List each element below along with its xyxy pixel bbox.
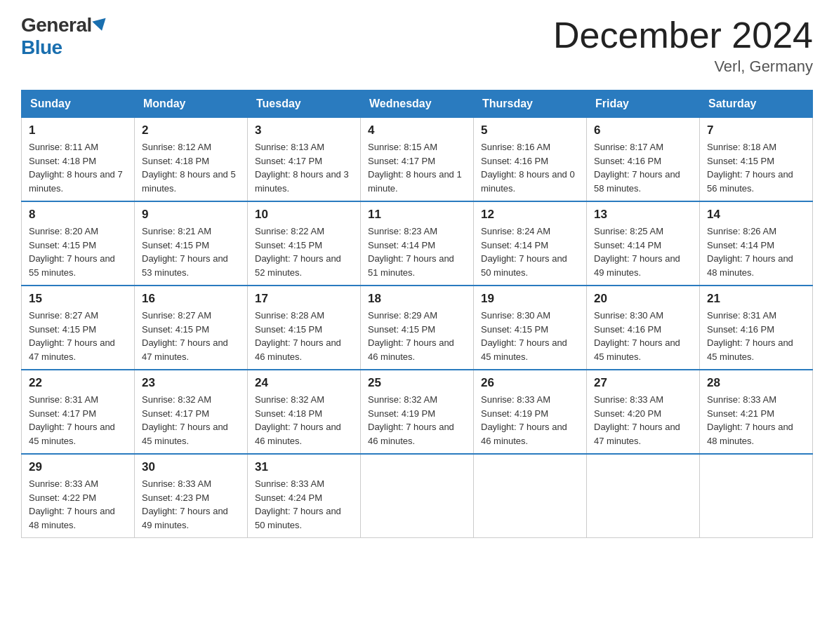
table-row: 10Sunrise: 8:22 AMSunset: 4:15 PMDayligh… <box>248 201 361 286</box>
day-number: 13 <box>594 208 692 222</box>
day-info: Sunrise: 8:20 AMSunset: 4:15 PMDaylight:… <box>29 226 115 278</box>
day-number: 4 <box>368 123 466 137</box>
day-number: 21 <box>707 292 805 306</box>
day-info: Sunrise: 8:25 AMSunset: 4:14 PMDaylight:… <box>594 226 680 278</box>
day-info: Sunrise: 8:23 AMSunset: 4:14 PMDaylight:… <box>368 226 454 278</box>
day-info: Sunrise: 8:22 AMSunset: 4:15 PMDaylight:… <box>255 226 341 278</box>
table-row: 16Sunrise: 8:27 AMSunset: 4:15 PMDayligh… <box>135 286 248 370</box>
day-info: Sunrise: 8:28 AMSunset: 4:15 PMDaylight:… <box>255 310 341 362</box>
day-number: 12 <box>481 208 579 222</box>
day-info: Sunrise: 8:21 AMSunset: 4:15 PMDaylight:… <box>142 226 228 278</box>
table-row: 8Sunrise: 8:20 AMSunset: 4:15 PMDaylight… <box>22 201 135 286</box>
logo-blue-text: Blue <box>21 36 62 58</box>
table-row: 6Sunrise: 8:17 AMSunset: 4:16 PMDaylight… <box>587 118 700 202</box>
table-row: 17Sunrise: 8:28 AMSunset: 4:15 PMDayligh… <box>248 286 361 370</box>
day-number: 15 <box>29 292 127 306</box>
calendar-title: December 2024 <box>553 14 813 56</box>
table-row: 20Sunrise: 8:30 AMSunset: 4:16 PMDayligh… <box>587 286 700 370</box>
day-info: Sunrise: 8:32 AMSunset: 4:17 PMDaylight:… <box>142 394 228 446</box>
table-row: 22Sunrise: 8:31 AMSunset: 4:17 PMDayligh… <box>22 370 135 454</box>
table-row: 25Sunrise: 8:32 AMSunset: 4:19 PMDayligh… <box>361 370 474 454</box>
calendar-week-row: 1Sunrise: 8:11 AMSunset: 4:18 PMDaylight… <box>22 118 813 202</box>
day-number: 31 <box>255 460 353 474</box>
table-row: 24Sunrise: 8:32 AMSunset: 4:18 PMDayligh… <box>248 370 361 454</box>
day-info: Sunrise: 8:27 AMSunset: 4:15 PMDaylight:… <box>29 310 115 362</box>
day-number: 6 <box>594 123 692 137</box>
day-info: Sunrise: 8:12 AMSunset: 4:18 PMDaylight:… <box>142 142 236 194</box>
day-info: Sunrise: 8:30 AMSunset: 4:16 PMDaylight:… <box>594 310 680 362</box>
day-number: 28 <box>707 376 805 390</box>
day-info: Sunrise: 8:17 AMSunset: 4:16 PMDaylight:… <box>594 142 680 194</box>
day-info: Sunrise: 8:33 AMSunset: 4:20 PMDaylight:… <box>594 394 680 446</box>
day-number: 7 <box>707 123 805 137</box>
table-row: 28Sunrise: 8:33 AMSunset: 4:21 PMDayligh… <box>700 370 813 454</box>
calendar-week-row: 29Sunrise: 8:33 AMSunset: 4:22 PMDayligh… <box>22 454 813 538</box>
day-info: Sunrise: 8:27 AMSunset: 4:15 PMDaylight:… <box>142 310 228 362</box>
day-number: 14 <box>707 208 805 222</box>
day-number: 24 <box>255 376 353 390</box>
day-number: 19 <box>481 292 579 306</box>
day-number: 25 <box>368 376 466 390</box>
table-row: 13Sunrise: 8:25 AMSunset: 4:14 PMDayligh… <box>587 201 700 286</box>
table-row: 31Sunrise: 8:33 AMSunset: 4:24 PMDayligh… <box>248 454 361 538</box>
logo: General Blue <box>21 14 107 59</box>
calendar-subtitle: Verl, Germany <box>553 58 813 76</box>
table-row: 27Sunrise: 8:33 AMSunset: 4:20 PMDayligh… <box>587 370 700 454</box>
day-info: Sunrise: 8:33 AMSunset: 4:19 PMDaylight:… <box>481 394 567 446</box>
day-info: Sunrise: 8:15 AMSunset: 4:17 PMDaylight:… <box>368 142 462 194</box>
table-row: 15Sunrise: 8:27 AMSunset: 4:15 PMDayligh… <box>22 286 135 370</box>
header-sunday: Sunday <box>22 90 135 118</box>
day-number: 30 <box>142 460 240 474</box>
day-info: Sunrise: 8:11 AMSunset: 4:18 PMDaylight:… <box>29 142 123 194</box>
table-row: 18Sunrise: 8:29 AMSunset: 4:15 PMDayligh… <box>361 286 474 370</box>
table-row: 14Sunrise: 8:26 AMSunset: 4:14 PMDayligh… <box>700 201 813 286</box>
calendar-body: 1Sunrise: 8:11 AMSunset: 4:18 PMDaylight… <box>22 118 813 538</box>
header-monday: Monday <box>135 90 248 118</box>
calendar-week-row: 8Sunrise: 8:20 AMSunset: 4:15 PMDaylight… <box>22 201 813 286</box>
day-info: Sunrise: 8:33 AMSunset: 4:23 PMDaylight:… <box>142 478 228 530</box>
day-number: 27 <box>594 376 692 390</box>
header-tuesday: Tuesday <box>248 90 361 118</box>
day-number: 17 <box>255 292 353 306</box>
day-info: Sunrise: 8:30 AMSunset: 4:15 PMDaylight:… <box>481 310 567 362</box>
table-row: 26Sunrise: 8:33 AMSunset: 4:19 PMDayligh… <box>474 370 587 454</box>
table-row: 21Sunrise: 8:31 AMSunset: 4:16 PMDayligh… <box>700 286 813 370</box>
table-row: 2Sunrise: 8:12 AMSunset: 4:18 PMDaylight… <box>135 118 248 202</box>
day-info: Sunrise: 8:18 AMSunset: 4:15 PMDaylight:… <box>707 142 793 194</box>
day-number: 22 <box>29 376 127 390</box>
page-header: General Blue December 2024 Verl, Germany <box>21 14 813 76</box>
table-row: 3Sunrise: 8:13 AMSunset: 4:17 PMDaylight… <box>248 118 361 202</box>
calendar-table: Sunday Monday Tuesday Wednesday Thursday… <box>21 90 813 538</box>
day-number: 16 <box>142 292 240 306</box>
day-info: Sunrise: 8:29 AMSunset: 4:15 PMDaylight:… <box>368 310 454 362</box>
day-info: Sunrise: 8:26 AMSunset: 4:14 PMDaylight:… <box>707 226 793 278</box>
table-row: 4Sunrise: 8:15 AMSunset: 4:17 PMDaylight… <box>361 118 474 202</box>
day-number: 8 <box>29 208 127 222</box>
day-number: 9 <box>142 208 240 222</box>
table-row: 9Sunrise: 8:21 AMSunset: 4:15 PMDaylight… <box>135 201 248 286</box>
table-row: 30Sunrise: 8:33 AMSunset: 4:23 PMDayligh… <box>135 454 248 538</box>
day-number: 10 <box>255 208 353 222</box>
table-row <box>587 454 700 538</box>
table-row <box>361 454 474 538</box>
day-info: Sunrise: 8:13 AMSunset: 4:17 PMDaylight:… <box>255 142 349 194</box>
table-row: 1Sunrise: 8:11 AMSunset: 4:18 PMDaylight… <box>22 118 135 202</box>
day-number: 11 <box>368 208 466 222</box>
header-row: Sunday Monday Tuesday Wednesday Thursday… <box>22 90 813 118</box>
day-number: 3 <box>255 123 353 137</box>
day-number: 2 <box>142 123 240 137</box>
day-number: 26 <box>481 376 579 390</box>
day-info: Sunrise: 8:33 AMSunset: 4:24 PMDaylight:… <box>255 478 341 530</box>
day-info: Sunrise: 8:16 AMSunset: 4:16 PMDaylight:… <box>481 142 575 194</box>
day-info: Sunrise: 8:32 AMSunset: 4:18 PMDaylight:… <box>255 394 341 446</box>
day-number: 23 <box>142 376 240 390</box>
day-info: Sunrise: 8:24 AMSunset: 4:14 PMDaylight:… <box>481 226 567 278</box>
day-number: 29 <box>29 460 127 474</box>
day-info: Sunrise: 8:31 AMSunset: 4:17 PMDaylight:… <box>29 394 115 446</box>
title-section: December 2024 Verl, Germany <box>553 14 813 76</box>
day-number: 5 <box>481 123 579 137</box>
table-row: 7Sunrise: 8:18 AMSunset: 4:15 PMDaylight… <box>700 118 813 202</box>
table-row: 11Sunrise: 8:23 AMSunset: 4:14 PMDayligh… <box>361 201 474 286</box>
day-number: 18 <box>368 292 466 306</box>
day-number: 20 <box>594 292 692 306</box>
